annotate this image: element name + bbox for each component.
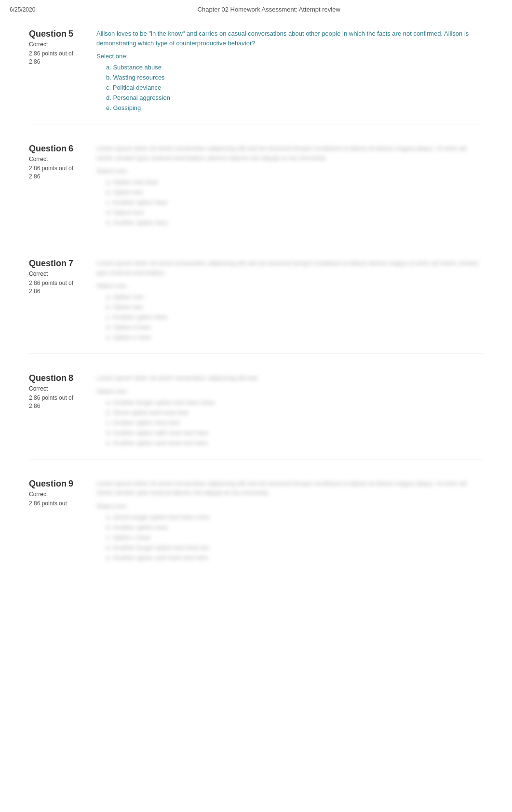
blurred-label-q8: Select one:	[96, 388, 483, 395]
question-status-q7: Correct	[29, 271, 82, 277]
blurred-label-q6: Select one:	[96, 167, 483, 175]
question-block-q6: Question 6 Correct 2.86 points out of 2.…	[29, 144, 483, 239]
page-header: 6/25/2020 Chapter 02 Homework Assessment…	[0, 0, 512, 19]
question-meta-q5: Question 5 Correct 2.86 points out of 2.…	[29, 29, 92, 114]
list-item: e. Another option and more text here	[106, 439, 483, 447]
list-item: c. Another option here text	[106, 419, 483, 426]
question-meta-q8: Question 8 Correct 2.86 points out of 2.…	[29, 373, 92, 449]
list-item: a. Option one	[106, 293, 483, 300]
blurred-options-q9: a. Some longer option text here more b. …	[96, 514, 483, 561]
question-points-q8: 2.86 points out of 2.86	[29, 394, 82, 410]
question-content-q8: Lorem ipsum dolor sit amet consectetur a…	[92, 373, 483, 449]
blurred-options-q8: a. Another longer option text here more …	[96, 399, 483, 447]
list-item: a. Option one here	[106, 178, 483, 186]
list-item: c. Another option here	[106, 199, 483, 206]
list-item: e. Another option and more text here	[106, 554, 483, 561]
blurred-options-q7: a. Option one b. Option two c. Another o…	[96, 293, 483, 341]
question-points-q7: 2.86 points out of 2.86	[29, 279, 82, 296]
list-item: b. Option two	[106, 189, 483, 196]
question-text-q5: Allison loves to be "in the know" and ca…	[96, 29, 483, 48]
answer-options-q5: a. Substance abuse b. Wasting resources …	[96, 64, 483, 111]
blurred-question-text-q7: Lorem ipsum dolor sit amet consectetur a…	[96, 258, 483, 277]
list-item: c. Option c here	[106, 534, 483, 541]
content-area: Question 5 Correct 2.86 points out of 2.…	[0, 19, 512, 603]
blurred-label-q7: Select one:	[96, 282, 483, 289]
question-points-q6: 2.86 points out of 2.86	[29, 164, 82, 181]
list-item: b. Wasting resources	[106, 74, 483, 81]
blurred-label-q9: Select one:	[96, 502, 483, 510]
question-meta-q6: Question 6 Correct 2.86 points out of 2.…	[29, 144, 92, 229]
question-meta-q7: Question 7 Correct 2.86 points out of 2.…	[29, 258, 92, 344]
list-item: e. Gossiping	[106, 104, 483, 111]
blurred-question-text-q6: Lorem ipsum dolor sit amet consectetur a…	[96, 144, 483, 162]
question-meta-q9: Question 9 Correct 2.86 points out	[29, 479, 92, 564]
list-item: d. Option four	[106, 209, 483, 216]
list-item: b. Option two	[106, 303, 483, 311]
list-item: d. Option d here	[106, 324, 483, 331]
question-content-q5: Allison loves to be "in the know" and ca…	[92, 29, 483, 114]
question-number-q9: Question 9	[29, 479, 82, 489]
question-number-q6: Question 6	[29, 144, 82, 154]
list-item: d. Another longer option text here too	[106, 544, 483, 551]
list-item: b. Some option and more text	[106, 409, 483, 416]
question-status-q5: Correct	[29, 41, 82, 48]
list-item: a. Some longer option text here more	[106, 514, 483, 521]
question-content-q6: Lorem ipsum dolor sit amet consectetur a…	[92, 144, 483, 229]
question-points-q5: 2.86 points out of 2.86	[29, 50, 82, 66]
question-number-q8: Question 8	[29, 373, 82, 383]
question-number-q7: Question 7	[29, 258, 82, 269]
blurred-options-q6: a. Option one here b. Option two c. Anot…	[96, 178, 483, 226]
list-item: d. Another option with more text here	[106, 429, 483, 436]
question-block-q9: Question 9 Correct 2.86 points out Lorem…	[29, 479, 483, 574]
list-item: e. Option e here	[106, 334, 483, 341]
header-date: 6/25/2020	[10, 6, 35, 13]
page-title: Chapter 02 Homework Assessment: Attempt …	[198, 6, 340, 13]
question-status-q9: Correct	[29, 491, 82, 498]
question-status-q6: Correct	[29, 156, 82, 162]
select-label-q5: Select one:	[96, 53, 483, 60]
list-item: a. Another longer option text here more	[106, 399, 483, 406]
question-block-q5: Question 5 Correct 2.86 points out of 2.…	[29, 29, 483, 124]
blurred-question-text-q9: Lorem ipsum dolor sit amet consectetur a…	[96, 479, 483, 498]
list-item: c. Another option here	[106, 313, 483, 321]
question-status-q8: Correct	[29, 385, 82, 392]
question-block-q7: Question 7 Correct 2.86 points out of 2.…	[29, 258, 483, 354]
question-points-q9: 2.86 points out	[29, 500, 82, 508]
list-item: c. Political deviance	[106, 84, 483, 91]
question-block-q8: Question 8 Correct 2.86 points out of 2.…	[29, 373, 483, 460]
list-item: a. Substance abuse	[106, 64, 483, 71]
question-number-q5: Question 5	[29, 29, 82, 39]
question-content-q9: Lorem ipsum dolor sit amet consectetur a…	[92, 479, 483, 564]
question-content-q7: Lorem ipsum dolor sit amet consectetur a…	[92, 258, 483, 344]
blurred-question-text-q8: Lorem ipsum dolor sit amet consectetur a…	[96, 373, 483, 383]
list-item: e. Another option here	[106, 219, 483, 226]
list-item: b. Another option here	[106, 524, 483, 531]
list-item: d. Personal aggression	[106, 94, 483, 101]
